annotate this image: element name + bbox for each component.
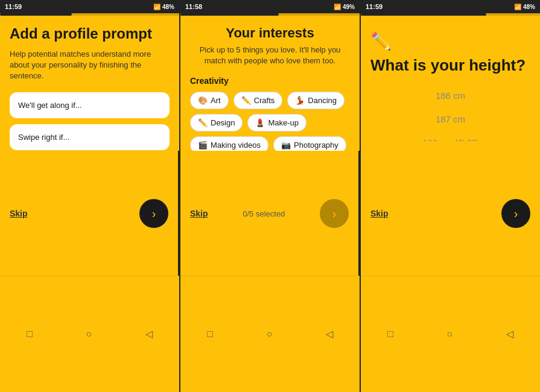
screen-height: ✏️ What is your height? 186 cm 187 cm 18… <box>361 13 540 392</box>
nav-bar-s1: □ ○ ◁ <box>0 276 179 392</box>
nav-triangle-s3[interactable]: ◁ <box>506 328 513 340</box>
screen1-content: Add a profile prompt Help potential matc… <box>0 16 179 151</box>
prompt-card-0[interactable]: We'll get along if... <box>10 92 170 118</box>
height-title: What is your height? <box>370 56 526 75</box>
tag-makeup-emoji: 💄 <box>255 118 265 127</box>
nav-circle-s1[interactable]: ○ <box>86 329 92 340</box>
battery-s2: 49% <box>343 4 355 10</box>
time-screen1: 11:59 <box>5 3 22 10</box>
bottom-action-s2: Skip 0/5 selected › <box>180 151 360 275</box>
prompt-text-1: Swipe right if... <box>18 133 69 142</box>
signal-icon-s3: 📶 <box>514 4 521 10</box>
screen2-content: Your interests Pick up to 5 things you l… <box>180 16 360 151</box>
tag-makingvideos-emoji: 🎬 <box>198 141 208 150</box>
tag-photography[interactable]: 📷Photography <box>273 136 346 151</box>
next-button-s1[interactable]: › <box>139 199 168 228</box>
height-list: 186 cm 187 cm 188 cm (6' 2") 189 cm 190 … <box>370 84 530 141</box>
prompt-card-1[interactable]: Swipe right if... <box>10 124 170 150</box>
height-item-1[interactable]: 187 cm <box>370 108 530 130</box>
signal-icon-s1: 📶 <box>153 4 160 10</box>
tag-art-emoji: 🎨 <box>198 96 208 105</box>
tag-art[interactable]: 🎨Art <box>190 92 229 109</box>
tag-photography-emoji: 📷 <box>281 141 291 150</box>
nav-circle-s3[interactable]: ○ <box>446 329 453 340</box>
screens-container: Add a profile prompt Help potential matc… <box>0 13 540 392</box>
bottom-action-s1: Skip › <box>0 151 179 275</box>
battery-s1: 48% <box>162 4 174 10</box>
status-bars: 11:59 📶 48% 11:58 📶 49% 11:59 📶 48% <box>0 0 540 13</box>
time-screen3: 11:59 <box>366 3 383 10</box>
status-bar-screen2: 11:58 📶 49% <box>180 0 360 13</box>
creativity-label: Creativity <box>190 76 350 86</box>
status-bar-screen3: 11:59 📶 48% <box>361 0 540 13</box>
bottom-action-s3: Skip › <box>361 151 540 275</box>
nav-square-s1[interactable]: □ <box>27 329 33 340</box>
next-button-s2[interactable]: › <box>320 199 349 228</box>
creativity-section: Creativity 🎨Art ✏️Crafts 💃Dancing ✏️Desi… <box>190 76 350 151</box>
tag-dancing[interactable]: 💃Dancing <box>287 92 345 109</box>
tag-dancing-label: Dancing <box>308 96 337 105</box>
skip-button-s2[interactable]: Skip <box>190 209 208 218</box>
battery-s3: 48% <box>523 4 535 10</box>
tag-photography-label: Photography <box>294 141 338 150</box>
status-bar-screen1: 11:59 📶 48% <box>0 0 179 13</box>
next-button-s3[interactable]: › <box>501 199 530 228</box>
tag-makingvideos-label: Making videos <box>211 141 261 150</box>
screen2-title: Your interests <box>190 25 350 41</box>
height-item-2[interactable]: 188 cm (6' 2") <box>370 131 530 141</box>
tag-crafts-label: Crafts <box>254 96 275 105</box>
height-header: ✏️ What is your height? <box>370 25 530 84</box>
screen-interests: Your interests Pick up to 5 things you l… <box>180 13 361 392</box>
nav-circle-s2[interactable]: ○ <box>266 329 272 340</box>
height-item-0[interactable]: 186 cm <box>370 84 530 107</box>
screen-profile-prompt: Add a profile prompt Help potential matc… <box>0 13 180 392</box>
nav-triangle-s2[interactable]: ◁ <box>326 328 333 340</box>
tag-design-label: Design <box>211 118 235 127</box>
screen3-content: ✏️ What is your height? 186 cm 187 cm 18… <box>361 16 540 151</box>
nav-square-s3[interactable]: □ <box>387 329 393 340</box>
signal-icon-s2: 📶 <box>334 4 341 10</box>
screen1-title: Add a profile prompt <box>10 25 170 43</box>
screen2-subtitle: Pick up to 5 things you love. It'll help… <box>190 45 350 66</box>
tag-dancing-emoji: 💃 <box>295 96 305 105</box>
height-pencil-icon: ✏️ <box>370 31 392 51</box>
nav-triangle-s1[interactable]: ◁ <box>145 328 153 340</box>
tag-makeup-label: Make-up <box>268 118 299 127</box>
tag-art-label: Art <box>211 96 221 105</box>
tag-makeup[interactable]: 💄Make-up <box>247 114 307 131</box>
screen1-subtitle: Help potential matches understand more a… <box>10 49 170 82</box>
tag-crafts[interactable]: ✏️Crafts <box>233 92 283 109</box>
tag-crafts-emoji: ✏️ <box>241 96 251 105</box>
tag-design-emoji: ✏️ <box>198 118 208 127</box>
nav-bar-s2: □ ○ ◁ <box>180 276 360 392</box>
nav-bar-s3: □ ○ ◁ <box>361 276 540 392</box>
android-nav-s1: □ ○ ◁ <box>0 328 179 340</box>
skip-button-s1[interactable]: Skip <box>10 209 28 218</box>
selected-count: 0/5 selected <box>243 209 285 218</box>
nav-square-s2[interactable]: □ <box>207 329 213 340</box>
prompt-text-0: We'll get along if... <box>18 101 82 110</box>
android-nav-s3: □ ○ ◁ <box>361 328 540 340</box>
android-nav-s2: □ ○ ◁ <box>180 328 360 340</box>
time-screen2: 11:58 <box>185 3 202 10</box>
tag-making-videos[interactable]: 🎬Making videos <box>190 136 268 151</box>
creativity-tags: 🎨Art ✏️Crafts 💃Dancing ✏️Design 💄Make-up… <box>190 92 350 151</box>
skip-button-s3[interactable]: Skip <box>370 209 389 218</box>
tag-design[interactable]: ✏️Design <box>190 114 243 131</box>
